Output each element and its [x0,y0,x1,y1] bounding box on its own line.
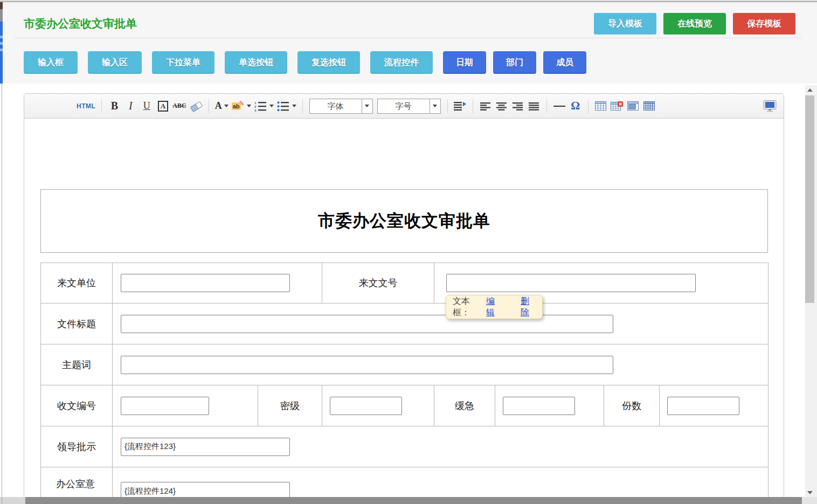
toolbar-separator [302,99,303,113]
strikethrough-icon[interactable]: ABC [172,98,186,114]
scroll-down-arrow[interactable] [805,488,814,497]
table-row: 办公室意见 [41,467,768,501]
highlight-color-icon[interactable]: ab✎ [232,98,251,114]
scroll-up-arrow[interactable] [805,85,814,94]
background-window-sliver [0,2,3,9]
toolbar-separator [588,99,588,113]
scrollbar-track[interactable] [805,85,814,497]
label-doc-title: 文件标题 [41,303,113,344]
leader-note-input[interactable] [121,438,290,456]
insert-table-icon[interactable] [594,98,607,114]
toolbar-separator [473,99,473,113]
copies-input[interactable] [667,397,739,415]
align-left-icon[interactable] [479,98,492,114]
window-top-edge [0,0,817,2]
add-flow-control-button[interactable]: 流程控件 [370,51,433,74]
horizontal-rule-icon[interactable] [553,98,566,114]
align-center-icon[interactable] [495,98,508,114]
add-dropdown-button[interactable]: 下拉菜单 [152,51,214,74]
align-justify-icon[interactable] [528,98,541,114]
app-window: 市委办公室收文审批单 导入模板 在线预览 保存模板 输入框 输入区 下拉菜单 单… [0,0,817,504]
label-leader-note: 领导批示 [41,426,113,467]
widget-toolbar: 输入框 输入区 下拉菜单 单选按钮 复选按钮 流程控件 日期 部门 成员 [24,51,593,74]
underline-icon[interactable]: U [140,98,153,114]
editor-canvas[interactable]: 市委办公室收文审批单 来文单位 来文文号 文件标题 主 [24,119,784,500]
merge-cell-icon[interactable] [627,98,640,114]
toolbar-separator [447,99,448,113]
scrollbar-corner [802,497,817,504]
horizontal-scrollbar-thumb[interactable] [25,497,802,504]
vertical-scrollbar [805,85,817,497]
source-unit-input[interactable] [121,274,290,292]
toolbar-separator [546,99,547,113]
window-left-edge [2,84,2,504]
source-code-icon[interactable]: HTML [77,98,95,114]
table-row: 文件标题 [41,303,768,344]
field-edit-tooltip: 文本框： 编辑 删除 [446,295,543,319]
page-header: 市委办公室收文审批单 导入模板 在线预览 保存模板 输入框 输入区 下拉菜单 单… [3,2,817,84]
toolbar-separator [209,99,209,113]
add-department-button[interactable]: 部门 [493,51,536,74]
online-preview-button[interactable]: 在线预览 [663,13,726,34]
form-table: 来文单位 来文文号 文件标题 主题词 收文编号 密级 [40,263,768,500]
header-divider [15,38,801,38]
add-date-button[interactable]: 日期 [443,51,486,74]
receipt-number-input[interactable] [121,397,209,415]
save-template-button[interactable]: 保存模板 [733,13,795,34]
delete-table-icon[interactable] [611,98,624,114]
template-actions: 导入模板 在线预览 保存模板 [594,13,795,34]
add-member-button[interactable]: 成员 [543,51,586,74]
tooltip-label: 文本框： [453,296,483,319]
svg-text:2: 2 [254,105,257,108]
svg-text:1: 1 [254,101,257,105]
table-row: 主题词 [41,344,768,385]
align-right-icon[interactable] [511,98,524,114]
indent-icon[interactable] [454,98,467,114]
secrecy-input[interactable] [330,397,402,415]
background-window-sliver [0,9,3,22]
import-template-button[interactable]: 导入模板 [594,13,656,34]
fullscreen-icon[interactable] [763,98,777,114]
delete-field-link[interactable]: 删除 [521,296,536,319]
italic-icon[interactable]: I [124,98,137,114]
label-keywords: 主题词 [41,344,113,385]
font-color-icon[interactable]: A [215,98,229,114]
label-office-opinion: 办公室意见 [41,467,113,501]
bold-icon[interactable]: B [108,98,121,114]
form-heading-cell: 市委办公室收文审批单 [40,189,768,253]
rich-text-editor: HTML B I U A ABC A ab✎ 1 2 3 [24,93,784,500]
page-title: 市委办公室收文审批单 [24,16,137,31]
add-textarea-button[interactable]: 输入区 [88,51,142,74]
urgency-input[interactable] [503,397,575,415]
special-character-icon[interactable]: Ω [569,98,582,114]
add-input-box-button[interactable]: 输入框 [24,51,78,74]
quote-style-icon[interactable]: A [156,98,169,114]
font-family-select[interactable]: 字体 [309,99,373,114]
font-size-select[interactable]: 字号 [377,99,441,114]
add-checkbox-button[interactable]: 复选按钮 [297,51,360,74]
scrollbar-thumb[interactable] [805,95,814,303]
ordered-list-icon[interactable]: 1 2 3 [254,98,274,114]
keywords-input[interactable] [121,356,613,374]
label-copies: 份数 [604,385,660,426]
background-window-sliver [0,22,3,84]
table-properties-icon[interactable] [643,98,656,114]
edit-field-link[interactable]: 编辑 [486,296,501,319]
chevron-down-icon [362,99,372,113]
label-secrecy: 密级 [258,385,322,426]
chevron-down-icon [430,99,440,113]
label-urgency: 缓急 [434,385,495,426]
label-doc-number: 来文文号 [322,263,434,303]
table-row: 来文单位 来文文号 [41,263,768,303]
unordered-list-icon[interactable] [277,98,296,114]
svg-text:3: 3 [254,109,257,112]
horizontal-scrollbar [0,497,817,504]
table-row: 收文编号 密级 缓急 份数 [41,385,768,426]
eraser-icon[interactable] [190,98,203,114]
doc-number-input[interactable] [446,274,696,292]
table-row: 领导批示 [41,426,768,467]
add-radio-button[interactable]: 单选按钮 [225,51,287,74]
label-receipt-number: 收文编号 [41,385,113,426]
toolbar-separator [101,99,102,113]
editor-toolbar: HTML B I U A ABC A ab✎ 1 2 3 [24,94,784,119]
